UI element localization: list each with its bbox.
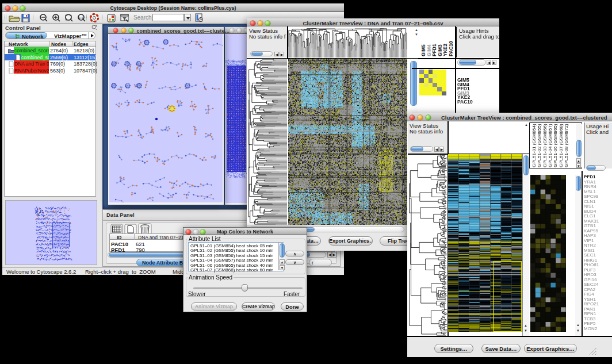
svg-text:1:1: 1:1 [79,16,83,20]
